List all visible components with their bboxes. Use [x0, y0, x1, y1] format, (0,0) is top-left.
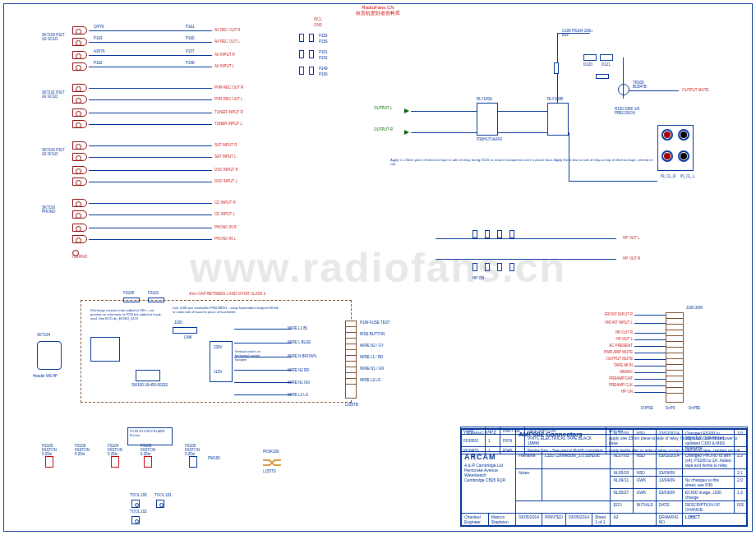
jack-tuner-l — [72, 120, 87, 128]
rev-5-4: ISS — [734, 501, 746, 514]
group-label-1: SK7101 P3LT A2 GOLD — [42, 90, 67, 99]
jack-phono-l — [72, 235, 87, 243]
j-sig-7: TAPE MON — [559, 363, 633, 367]
p-0-2b: P157 — [186, 49, 195, 53]
transistor-icon — [618, 84, 629, 95]
group-label-0: SK7100 P3LT A2 GOLD — [42, 33, 67, 41]
hp-c4 — [472, 263, 477, 271]
rev-2-1: NSD — [634, 469, 656, 477]
link-note: Link J100 was fuseholder FHU2M191 - swap… — [173, 306, 279, 314]
nylon-label: P2 IN NYLON PILLARS 8.5mm — [130, 429, 171, 437]
group-label-3: SK7103 PHONO — [42, 205, 67, 214]
d120: D120 — [583, 62, 592, 67]
j100-section: J100 20W FRONT INPUT R FRONT INPUT L HP … — [559, 312, 723, 411]
gnd-ref-2: P151 — [319, 50, 328, 54]
j-bot-2: DnP5E — [689, 406, 700, 410]
mains-conn — [345, 321, 357, 399]
fs101 — [148, 297, 164, 302]
rev-0-3: Changed FS100 to 250mAw, CIIP TP146 upda… — [682, 430, 734, 452]
sw100 — [136, 370, 160, 381]
date: 03/05/2014 — [515, 514, 542, 526]
discharge-note: Discharge resistor to be added to CE's -… — [90, 308, 164, 321]
notes-label: Notes: — [515, 469, 542, 501]
wire-3: WIRE N2 RD — [288, 368, 310, 372]
sig-1-1: PVR REC OUT L — [214, 97, 242, 101]
terminal-r-neg — [678, 129, 689, 141]
sil-icon — [263, 458, 281, 468]
sig-2-3: DVD INPUT L — [214, 179, 237, 183]
sil-part: L155TS — [263, 469, 276, 473]
jack-av-rec-l — [72, 38, 87, 46]
out-r-label: OUTPUT R — [374, 127, 393, 131]
hp-out-r: HP OUT R — [623, 256, 640, 261]
rev-3-1: GWK — [634, 477, 656, 489]
jack-tuner-r — [72, 108, 87, 117]
gnd-comp-0 — [299, 34, 304, 42]
rev-0-1: NSD — [634, 430, 656, 452]
rconn-3: WIRE L1 / RD — [360, 355, 383, 359]
rev-4-1: GWK — [634, 489, 656, 501]
sk7104: SK7104 — [37, 333, 50, 337]
sheet-of: Sheet 1 of 1 — [592, 514, 610, 526]
output-relay-section: OUTPUT L OUTPUT R RLY100A P36H17OA24G RL… — [411, 33, 740, 214]
jack-phono-r — [72, 224, 87, 232]
chassis-gnd-icon — [72, 250, 79, 256]
cap-c100 — [554, 62, 559, 74]
gnd-ref-5: P150 — [319, 72, 328, 76]
gnd-label: GND — [314, 23, 322, 27]
gnd-ref-0: P155 — [319, 34, 328, 38]
output-mute: OUTPUT MUTE — [682, 88, 708, 92]
printed-label: PRINTED — [542, 514, 566, 526]
j-sig-1: FRONT INPUT L — [559, 321, 633, 325]
diode-d120 — [583, 54, 597, 61]
speaker-terminal-block — [657, 125, 694, 171]
j-sig-10: PREAMP CLK — [559, 383, 633, 387]
rconn-4: WIRE N1 / GN — [360, 367, 384, 371]
term-r: IN_CL_R — [661, 174, 676, 178]
j-sig-8: MM/MC — [559, 370, 633, 374]
j-sig-4: AC PRESENT — [559, 344, 633, 348]
p-0-1b: P160 — [186, 36, 195, 40]
rconn-1: RISE BUTTON — [360, 332, 385, 336]
rev-2-3 — [682, 469, 734, 477]
sig-3-2: PHONO IN R — [214, 225, 237, 229]
hp-on: HP ON — [472, 276, 484, 280]
tool-lbl-0: TOOL 100 — [130, 493, 147, 497]
j100-conn — [666, 312, 684, 403]
sw100-lbl: SW100 18-450-00232 — [131, 383, 173, 387]
sig-3-3: PHONO IN L — [214, 237, 236, 241]
header-mlhp: Header M/LHP — [33, 374, 58, 378]
j-bot-1: DnP5 — [666, 406, 675, 410]
gnd-ref-1: P156 — [319, 39, 328, 44]
drawing-title-label: DRAWING TITLE — [462, 430, 516, 452]
tool-102 — [131, 516, 140, 524]
rev-2-4: 2.1 — [734, 469, 746, 477]
sig-0-0: AV REC OUT R — [214, 28, 241, 32]
faston-section: FS105 FASTON 0.25in FS106 FASTON 0.25in … — [45, 448, 242, 489]
rev-3-4: 2.0 — [734, 477, 746, 489]
hp-c6 — [497, 263, 502, 271]
j-sig-5: PWR AMP MUTE — [559, 350, 633, 354]
rconn-5: WIRE L2 LG — [360, 378, 380, 382]
faston-lbl-1: FS106 FASTON 0.25in — [75, 444, 99, 456]
rev-5-1: INITIALS — [634, 501, 656, 514]
faston-lbl-0: FS105 FASTON 0.25in — [42, 444, 67, 456]
gnd-section: ISCL GND P155 P156 P151 P152 P149 P150 — [296, 21, 345, 87]
group-label-2: SK7102 P3LT A2 GOLD — [42, 148, 67, 156]
sig-1-2: TUNER INPUT R — [214, 110, 243, 114]
pw100: PW100 — [208, 456, 220, 460]
faston-2 — [111, 456, 119, 468]
ac-inlet-icon — [37, 341, 62, 370]
d121: D121 — [602, 62, 611, 67]
jack-dvd-l — [72, 178, 87, 186]
nylon-box-section: P2 IN NYLON PILLARS 8.5mm — [127, 427, 177, 445]
arcam-address: A & R Cambridge Ltd Pembroke Avenue Wate… — [464, 463, 513, 482]
sig-2-0: SAT INPUT R — [214, 143, 237, 147]
gnd-ref-3: P152 — [319, 56, 328, 60]
p-0-3a: P162 — [94, 61, 103, 65]
link-lbl: LINK — [184, 335, 192, 339]
wire-2: WIRE N BROWN — [288, 354, 316, 358]
rlyb: RLY100B — [547, 97, 563, 101]
tool-101 — [156, 500, 164, 508]
rev-1-4: 2.2 — [734, 452, 746, 469]
